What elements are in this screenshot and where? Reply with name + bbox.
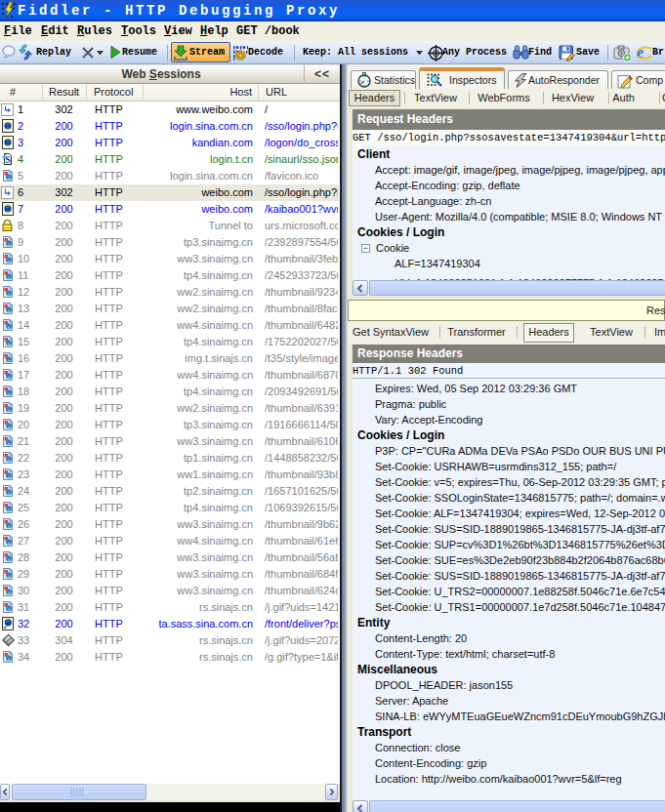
svg-text:S: S bbox=[5, 154, 11, 165]
